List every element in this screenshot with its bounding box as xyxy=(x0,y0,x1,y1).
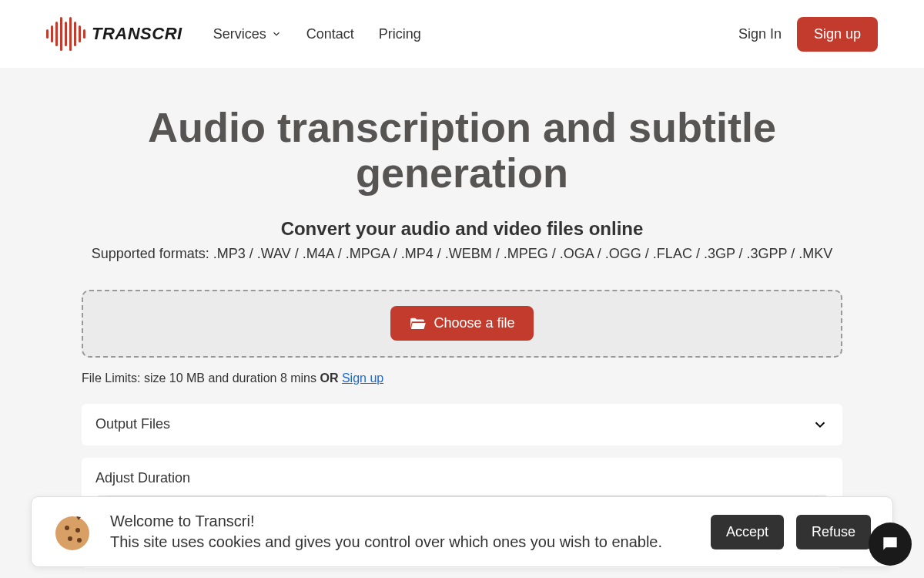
page-title: Audio transcription and subtitle generat… xyxy=(82,105,842,197)
header: TRANSCRI Services Contact Pricing Sign I… xyxy=(0,0,924,68)
cookie-refuse-button[interactable]: Refuse xyxy=(796,515,871,549)
svg-point-2 xyxy=(75,528,80,533)
chat-icon xyxy=(880,534,900,554)
cookie-accept-button[interactable]: Accept xyxy=(711,515,784,549)
sign-in-link[interactable]: Sign In xyxy=(738,26,782,42)
output-files-label: Output Files xyxy=(95,416,170,432)
svg-point-4 xyxy=(77,538,82,543)
nav-services[interactable]: Services xyxy=(213,26,282,42)
chat-fab[interactable] xyxy=(869,523,912,566)
cookie-message: This site uses cookies and gives you con… xyxy=(110,533,662,551)
logo-bars-icon xyxy=(46,17,85,51)
choose-file-label: Choose a file xyxy=(434,315,514,331)
sign-up-link[interactable]: Sign up xyxy=(342,371,383,385)
cookie-actions: Accept Refuse xyxy=(711,515,871,549)
cookie-title: Welcome to Transcri! xyxy=(110,512,662,530)
choose-file-button[interactable]: Choose a file xyxy=(390,306,533,341)
file-limits: File Limits: size 10 MB and duration 8 m… xyxy=(82,371,842,385)
nav-contact[interactable]: Contact xyxy=(306,26,354,42)
svg-point-1 xyxy=(65,526,69,530)
nav-pricing-label: Pricing xyxy=(379,26,421,42)
cookie-banner: Welcome to Transcri! This site uses cook… xyxy=(31,496,893,567)
cookie-text: Welcome to Transcri! This site uses cook… xyxy=(110,512,662,551)
file-limits-text: File Limits: size 10 MB and duration 8 m… xyxy=(82,371,320,385)
output-files-panel[interactable]: Output Files xyxy=(82,404,842,445)
sign-up-button[interactable]: Sign up xyxy=(797,17,878,52)
chevron-down-icon xyxy=(812,416,829,433)
nav-services-label: Services xyxy=(213,26,266,42)
adjust-duration-label: Adjust Duration xyxy=(95,470,190,486)
logo-text: TRANSCRI xyxy=(92,24,182,44)
supported-formats: Supported formats: .MP3 / .WAV / .M4A / … xyxy=(82,246,842,262)
logo[interactable]: TRANSCRI xyxy=(46,17,182,51)
cookie-icon xyxy=(53,512,92,551)
nav-contact-label: Contact xyxy=(306,26,354,42)
svg-point-0 xyxy=(55,516,89,550)
chevron-down-icon xyxy=(271,29,282,39)
auth-nav: Sign In Sign up xyxy=(738,17,878,52)
upload-dropzone[interactable]: Choose a file xyxy=(82,290,842,358)
page-subtitle: Convert your audio and video files onlin… xyxy=(82,218,842,240)
folder-open-icon xyxy=(409,317,426,331)
file-limits-or: OR xyxy=(320,371,338,385)
nav-pricing[interactable]: Pricing xyxy=(379,26,421,42)
main-nav: Services Contact Pricing xyxy=(213,26,421,42)
svg-point-3 xyxy=(68,536,72,541)
